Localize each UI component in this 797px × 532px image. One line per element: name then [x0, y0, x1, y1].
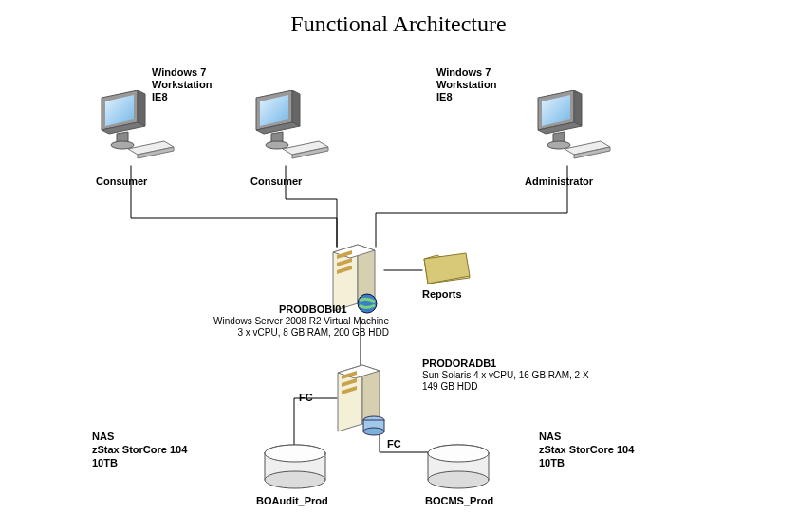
- server-name: PRODORADB1: [422, 358, 496, 369]
- workstation-spec: Windows 7 Workstation IE8: [152, 66, 212, 103]
- svg-marker-17: [574, 90, 582, 126]
- folder-icon: [422, 249, 472, 287]
- page-title: Functional Architecture: [0, 11, 797, 37]
- storage-name: BOAudit_Prod: [256, 495, 328, 506]
- svg-point-48: [428, 471, 489, 488]
- nas-spec: NAS zStax StorCore 104 10TB: [539, 430, 634, 469]
- workstation-role: Consumer: [96, 175, 147, 187]
- nas-spec: NAS zStax StorCore 104 10TB: [92, 430, 187, 469]
- workstation-icon: [527, 90, 612, 166]
- storage-name: BOCMS_Prod: [425, 495, 493, 506]
- server-icon: [332, 356, 389, 441]
- svg-point-13: [266, 141, 288, 149]
- svg-point-21: [547, 141, 570, 149]
- workstation-role: Administrator: [525, 175, 593, 187]
- svg-marker-1: [138, 90, 145, 126]
- folder-label: Reports: [422, 288, 462, 300]
- storage-icon: [262, 444, 328, 489]
- svg-point-45: [265, 445, 325, 462]
- server-spec: Sun Solaris 4 x vCPU, 16 GB RAM, 2 X 149…: [422, 370, 589, 393]
- svg-point-44: [265, 471, 325, 488]
- svg-point-49: [428, 445, 489, 462]
- server-name: PRODBOBI01: [279, 303, 347, 315]
- workstation-spec: Windows 7 Workstation IE8: [436, 66, 496, 103]
- svg-point-30: [358, 294, 377, 313]
- fc-label: FC: [299, 392, 313, 403]
- server-spec: Windows Server 2008 R2 Virtual Machine 3…: [185, 316, 389, 339]
- svg-marker-9: [292, 90, 300, 126]
- storage-icon: [425, 444, 491, 489]
- workstation-role: Consumer: [250, 175, 302, 187]
- workstation-icon: [245, 90, 330, 166]
- svg-point-5: [111, 141, 134, 149]
- svg-point-41: [363, 428, 384, 435]
- fc-label: FC: [387, 438, 401, 449]
